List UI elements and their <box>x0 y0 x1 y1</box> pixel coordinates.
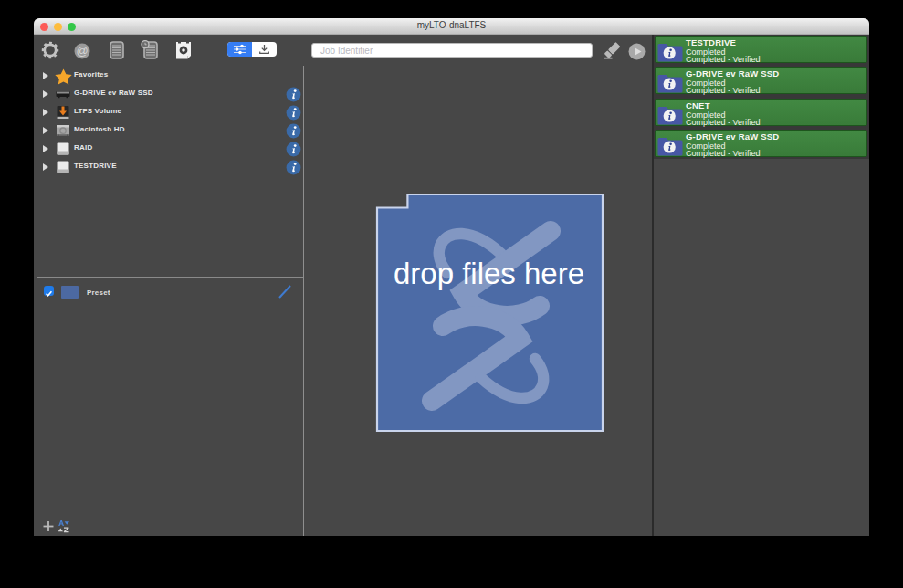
svg-text:@: @ <box>76 44 88 58</box>
